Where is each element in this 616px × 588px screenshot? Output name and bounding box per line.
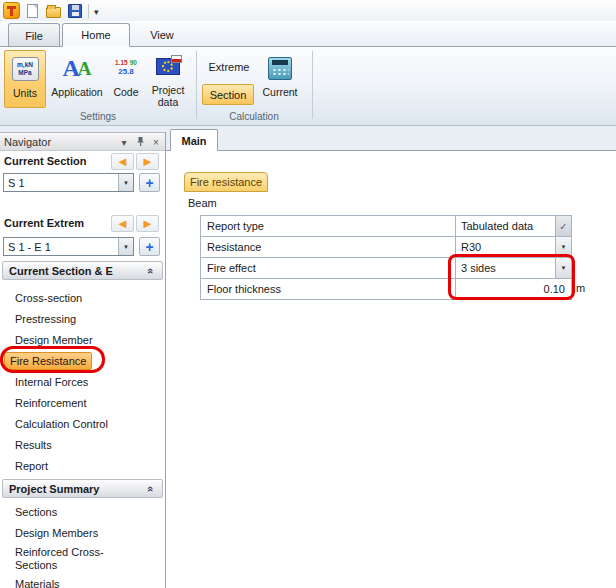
sidebar-item-calculation-control[interactable]: Calculation Control — [0, 413, 165, 434]
code-icon-n2: 90 — [130, 59, 137, 66]
sidebar-item-fire-resistance[interactable]: Fire Resistance — [0, 350, 165, 371]
navigator-title: Navigator — [4, 136, 51, 148]
right-arrow-icon: ► — [141, 217, 154, 230]
tab-home[interactable]: Home — [62, 23, 130, 47]
next-extreme-button[interactable]: ► — [136, 215, 159, 232]
toolbar-overflow-icon[interactable]: ▾ — [94, 5, 99, 17]
sidebar-item-reinforcement[interactable]: Reinforcement — [0, 392, 165, 413]
checkbox-icon[interactable]: ✓ — [555, 216, 571, 236]
report-type-text: Tabulated data — [461, 220, 533, 232]
current-extreme-label: Current Extrem — [4, 217, 84, 229]
row-label: Fire effect — [201, 258, 456, 278]
tab-main[interactable]: Main — [170, 129, 218, 151]
sidebar-item-label: Reinforcement — [10, 395, 92, 411]
current-section-combo[interactable]: S 1 ▼ — [3, 173, 134, 192]
floor-thickness-value: 0.10 — [544, 283, 565, 295]
close-icon[interactable]: × — [150, 137, 162, 148]
resistance-combo[interactable]: R30 ▼ — [456, 237, 571, 257]
save-icon — [68, 4, 82, 18]
sidebar-item-label: Internal Forces — [10, 374, 93, 390]
ribbon: m,kN MPa Units A A Application 1.1590 25… — [0, 46, 616, 126]
add-extreme-button[interactable]: + — [139, 237, 160, 256]
group-separator — [196, 51, 197, 119]
main-panel: Fire resistance Beam Report type Tabulat… — [166, 150, 616, 588]
units-icon-text-bottom: MPa — [18, 69, 31, 77]
navigator-header: Navigator ▾ × — [0, 133, 165, 151]
sidebar-item-prestressing[interactable]: Prestressing — [0, 308, 165, 329]
table-row-floor-thickness: Floor thickness 0.10 — [201, 279, 571, 300]
add-section-button[interactable]: + — [139, 173, 160, 192]
report-type-value[interactable]: Tabulated data ✓ — [456, 216, 571, 236]
combo-dropdown-icon[interactable]: ▼ — [118, 174, 133, 191]
group-separator — [312, 51, 313, 119]
sidebar-item-label: Design Members — [10, 525, 103, 541]
code-button[interactable]: 1.1590 25.8 Code — [108, 50, 144, 108]
previous-extreme-button[interactable]: ◄ — [111, 215, 134, 232]
group-header-title: Project Summary — [9, 483, 99, 495]
combo-dropdown-icon[interactable]: ▼ — [118, 238, 133, 255]
collapse-chevron-icon: « — [145, 268, 157, 274]
table-row-resistance: Resistance R30 ▼ — [201, 237, 571, 258]
current-button[interactable]: Current — [257, 50, 303, 108]
tab-file[interactable]: File — [8, 23, 60, 47]
left-arrow-icon: ◄ — [116, 155, 129, 168]
save-button[interactable] — [66, 2, 83, 19]
sidebar-item-label: Report — [10, 458, 53, 474]
application-button[interactable]: A A Application — [47, 50, 107, 108]
sidebar-item-label: Fire Resistance — [4, 352, 92, 370]
sidebar-item-results[interactable]: Results — [0, 434, 165, 455]
sidebar-item-design-members[interactable]: Design Members — [0, 522, 165, 543]
unit-label: m — [576, 282, 585, 294]
left-arrow-icon: ◄ — [116, 217, 129, 230]
sidebar-item-design-member[interactable]: Design Member — [0, 329, 165, 350]
sidebar-item-sections[interactable]: Sections — [0, 501, 165, 522]
fire-resistance-table: Report type Tabulated data ✓ Resistance … — [200, 215, 572, 300]
floor-thickness-field[interactable]: 0.10 — [456, 279, 571, 299]
extreme-caption: Extreme — [202, 61, 256, 73]
previous-section-button[interactable]: ◄ — [111, 153, 134, 170]
application-icon: A A — [62, 53, 91, 83]
next-section-button[interactable]: ► — [136, 153, 159, 170]
pin-icon[interactable] — [134, 136, 146, 149]
table-row-fire-effect: Fire effect 3 sides ▼ — [201, 258, 571, 279]
group-header-current-section[interactable]: Current Section & E « — [2, 261, 163, 280]
sidebar-item-label: Sections — [10, 504, 62, 520]
tab-view[interactable]: View — [134, 23, 190, 47]
sidebar-item-label: Results — [10, 437, 57, 453]
new-document-button[interactable] — [24, 2, 41, 19]
code-icon: 1.1590 25.8 — [112, 56, 140, 80]
sidebar-item-label: Reinforced Cross-Sections — [10, 544, 130, 574]
current-section-label: Current Section — [4, 155, 87, 167]
fire-effect-value: 3 sides — [461, 262, 496, 274]
navigator-panel: Navigator ▾ × Current Section ◄ ► S 1 ▼ … — [0, 132, 166, 588]
current-extreme-combo[interactable]: S 1 - E 1 ▼ — [3, 237, 134, 256]
tab-fire-resistance[interactable]: Fire resistance — [184, 172, 268, 192]
sidebar-item-internal-forces[interactable]: Internal Forces — [0, 371, 165, 392]
units-label: Units — [13, 87, 37, 99]
row-label: Resistance — [201, 237, 456, 257]
code-label: Code — [113, 86, 138, 98]
sidebar-item-materials[interactable]: Materials — [0, 573, 165, 588]
sidebar-item-cross-section[interactable]: Cross-section — [0, 287, 165, 308]
current-label: Current — [262, 86, 297, 98]
dropdown-arrow-icon[interactable]: ▼ — [555, 237, 571, 257]
row-label: Report type — [201, 216, 456, 236]
open-folder-icon — [46, 7, 61, 18]
sidebar-item-reinforced-cross-sections[interactable]: Reinforced Cross-Sections — [0, 543, 165, 573]
dropdown-arrow-icon[interactable]: ▼ — [555, 258, 571, 278]
fire-effect-combo[interactable]: 3 sides ▼ — [456, 258, 571, 278]
application-icon-a2: A — [78, 59, 92, 78]
app-logo-icon — [3, 2, 20, 19]
navigator-menu-icon[interactable]: ▾ — [118, 137, 130, 148]
units-icon: m,kN MPa — [12, 57, 39, 81]
units-button[interactable]: m,kN MPa Units — [4, 50, 46, 108]
calculation-group-label: Calculation — [196, 111, 312, 122]
code-icon-n3: 25.8 — [118, 67, 134, 77]
project-data-button[interactable]: Project data — [145, 50, 191, 108]
section-button[interactable]: Section — [202, 84, 254, 105]
group-header-project-summary[interactable]: Project Summary « — [2, 479, 163, 498]
sidebar-item-label: Cross-section — [10, 290, 87, 306]
open-file-button[interactable] — [45, 2, 62, 19]
sidebar-item-report[interactable]: Report — [0, 455, 165, 476]
toolbar-separator — [88, 4, 89, 18]
